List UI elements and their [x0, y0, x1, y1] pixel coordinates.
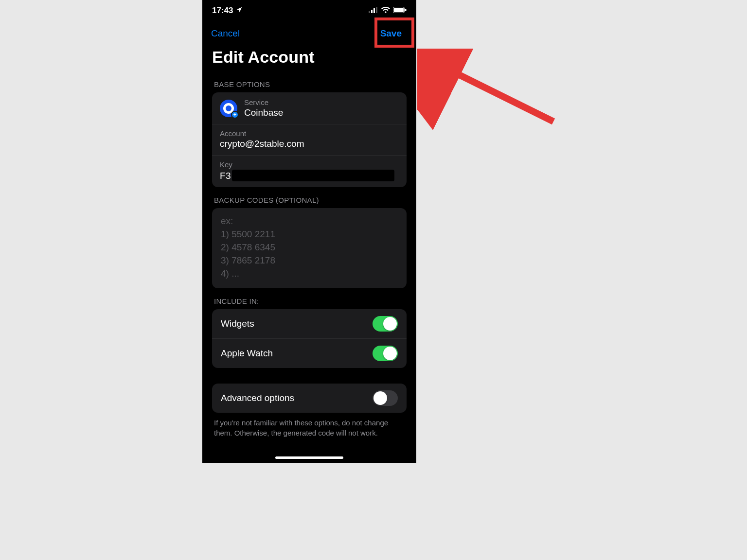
section-header-base: BASE OPTIONS [202, 71, 416, 92]
widgets-row: Widgets [212, 309, 407, 338]
advanced-label: Advanced options [221, 393, 294, 403]
cancel-button[interactable]: Cancel [211, 28, 240, 39]
base-options-card: + Service Coinbase Account crypto@2stabl… [212, 92, 407, 187]
applewatch-label: Apple Watch [221, 348, 273, 359]
section-header-backup: BACKUP CODES (OPTIONAL) [202, 187, 416, 208]
save-button[interactable]: Save [374, 24, 408, 43]
key-label: Key [220, 160, 399, 169]
home-indicator[interactable] [275, 456, 343, 459]
battery-icon [393, 6, 407, 16]
key-mask [232, 170, 394, 181]
page-title: Edit Account [202, 45, 416, 71]
nav-bar: Cancel Save [202, 21, 416, 45]
svg-rect-0 [369, 11, 370, 13]
advanced-footnote: If you're not familiar with these option… [202, 413, 416, 438]
svg-rect-2 [374, 8, 375, 13]
applewatch-row: Apple Watch [212, 338, 407, 368]
annotation-arrow-icon [417, 49, 563, 131]
backup-codes-field[interactable]: ex: 1) 5500 2211 2) 4578 6345 3) 7865 21… [212, 208, 407, 288]
account-row[interactable]: Account crypto@2stable.com [212, 124, 407, 155]
svg-rect-3 [376, 7, 377, 13]
status-time: 17:43 [212, 6, 233, 16]
account-value: crypto@2stable.com [220, 139, 399, 149]
service-icon: + [220, 100, 237, 117]
cellular-icon [369, 6, 378, 16]
wifi-icon [381, 6, 390, 16]
service-row[interactable]: + Service Coinbase [212, 92, 407, 124]
account-label: Account [220, 129, 399, 138]
svg-line-8 [436, 63, 553, 122]
backup-placeholder: ex: 1) 5500 2211 2) 4578 6345 3) 7865 21… [221, 215, 398, 280]
phone-screen: 17:43 Cancel Save Ed [202, 0, 416, 463]
key-row[interactable]: Key F3 [212, 155, 407, 187]
location-icon [236, 6, 243, 16]
advanced-row: Advanced options [212, 384, 407, 413]
svg-rect-5 [394, 8, 404, 12]
service-value: Coinbase [244, 107, 283, 118]
include-card: Widgets Apple Watch [212, 309, 407, 368]
widgets-toggle[interactable] [373, 316, 398, 332]
svg-rect-1 [371, 10, 373, 13]
svg-rect-6 [405, 9, 407, 11]
advanced-toggle[interactable] [373, 390, 398, 406]
status-bar: 17:43 [202, 0, 416, 21]
key-prefix: F3 [220, 171, 231, 181]
advanced-card: Advanced options [212, 384, 407, 413]
widgets-label: Widgets [221, 318, 254, 329]
applewatch-toggle[interactable] [373, 346, 398, 361]
section-header-include: INCLUDE IN: [202, 288, 416, 309]
service-label: Service [244, 98, 283, 106]
add-badge-icon: + [231, 111, 239, 119]
